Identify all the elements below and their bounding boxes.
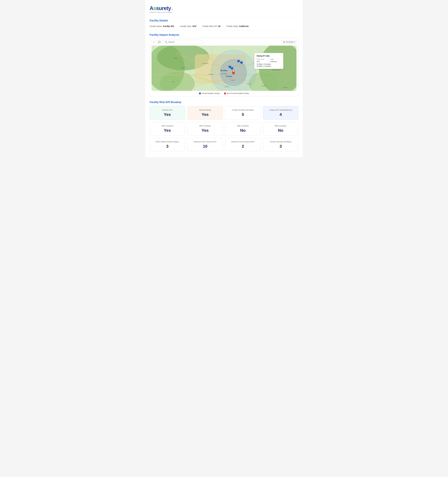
styles-label: STYLES bbox=[286, 41, 293, 43]
search-icon: 🔍 bbox=[165, 41, 167, 43]
kpi-section-title: Facility Risk KPI Breakup bbox=[150, 101, 298, 104]
kpi-value: 10 bbox=[190, 144, 220, 149]
facility-details-bar: Facility Name: Facility 001 Facility Typ… bbox=[150, 24, 298, 30]
kpi-card-kpi-row3-3: Cluster Density (30 Miles) 3 bbox=[263, 138, 298, 151]
logo-main: Assurety bbox=[150, 5, 171, 11]
styles-button[interactable]: ⊞ STYLES ▾ bbox=[282, 40, 297, 44]
kpi-value: 2 bbox=[228, 144, 258, 149]
kpi-value: No bbox=[228, 128, 258, 133]
impact-analysis-title: Facility Impact Analysis bbox=[150, 33, 298, 36]
kpi-value: 4 bbox=[266, 112, 296, 117]
logo-area: Assurety ™ CONSULTING & SOLUTIONS bbox=[150, 3, 298, 16]
svg-text:50 miles: 50 miles bbox=[220, 70, 228, 72]
svg-point-18 bbox=[241, 61, 242, 62]
kpi-card-kpi-row1-2: Cluster Density (50 Miles) 5 bbox=[225, 106, 260, 120]
logo-tm: ™ bbox=[171, 8, 173, 11]
map-tooltip: FACILITY 001 Total Type: State: SCF Cali… bbox=[254, 53, 283, 69]
kpi-card-kpi-row3-2: Distance from Closest DDU 2 bbox=[225, 138, 260, 151]
kpi-grid-row1: Service EVs Yes Service Docks Yes Cluste… bbox=[150, 106, 298, 120]
svg-text:30 miles: 30 miles bbox=[226, 76, 232, 77]
kpi-grid-row2: 20ft Container Yes 30ft Container Yes 40… bbox=[150, 122, 298, 136]
map-legend: Postal Reality Facility Non-Postal Reali… bbox=[151, 92, 297, 95]
legend-postal: Postal Reality Facility bbox=[199, 92, 220, 95]
svg-text:Visalia: Visalia bbox=[261, 85, 265, 87]
svg-text:Salinas: Salinas bbox=[181, 67, 185, 68]
svg-text:Kings Canyon: Kings Canyon bbox=[272, 69, 281, 71]
kpi-label: 20ft Container bbox=[152, 125, 182, 127]
facility-name-field: Facility Name: Facility 001 bbox=[150, 25, 174, 27]
facility-details-title: Facility Details bbox=[150, 19, 298, 22]
logo: Assurety ™ bbox=[150, 5, 298, 11]
postal-legend-dot bbox=[199, 93, 201, 94]
fullscreen-button[interactable]: ⤢ bbox=[151, 40, 156, 44]
comment-button[interactable]: 💬 bbox=[157, 40, 161, 44]
facility-risk-field: Facility Risk KPI: 83 bbox=[202, 25, 220, 27]
search-input[interactable] bbox=[168, 41, 201, 43]
kpi-card-kpi-row2-1: 30ft Container Yes bbox=[188, 122, 223, 136]
svg-point-20 bbox=[229, 65, 230, 66]
kpi-card-kpi-row3-0: DDUs Within 50mile Radius 3 bbox=[150, 138, 185, 151]
kpi-value: Yes bbox=[152, 112, 182, 117]
facility-details-section: Facility Details Facility Name: Facility… bbox=[150, 19, 298, 30]
chevron-down-icon: ▾ bbox=[294, 41, 295, 43]
kpi-value: 3 bbox=[266, 144, 296, 149]
facility-type-field: Facility Type: SCF bbox=[180, 25, 196, 27]
svg-text:Tranquility: Tranquility bbox=[221, 73, 227, 74]
tooltip-miles30: 30 Miles: 3 Facilities bbox=[257, 63, 281, 65]
kpi-label: Unique ZIP codes(delivery) bbox=[266, 109, 296, 111]
kpi-label: Service Docks bbox=[190, 109, 220, 111]
kpi-grid-row3: DDUs Within 50mile Radius 3 Distance fro… bbox=[150, 138, 298, 151]
svg-text:Gilroy: Gilroy bbox=[174, 58, 178, 59]
logo-sub: CONSULTING & SOLUTIONS bbox=[150, 12, 298, 13]
kpi-card-kpi-row2-2: 40ft Container No bbox=[225, 122, 260, 136]
tooltip-grid: Total Type: State: SCF California bbox=[257, 58, 281, 62]
kpi-label: Cluster Density (50 Miles) bbox=[228, 109, 258, 111]
kpi-label: Distance from Closest SCF bbox=[190, 141, 220, 143]
map-section: ⤢ 💬 🔍 ⊞ STYLES ▾ bbox=[150, 38, 298, 96]
svg-point-22 bbox=[232, 67, 232, 67]
tooltip-miles50: 50 Miles: 5 Facilities bbox=[257, 65, 281, 67]
kpi-card-kpi-row2-3: 50ft Container No bbox=[263, 122, 298, 136]
kpi-label: Cluster Density (30 Miles) bbox=[266, 141, 296, 143]
kpi-value: Yes bbox=[190, 112, 220, 117]
kpi-label: 30ft Container bbox=[190, 125, 220, 127]
kpi-card-kpi-row1-0: Service EVs Yes bbox=[150, 106, 185, 120]
kpi-value: No bbox=[266, 128, 296, 133]
non-postal-legend-label: Non-Postal Reality Facility bbox=[227, 92, 249, 95]
svg-text:Los Banos: Los Banos bbox=[202, 63, 208, 64]
svg-point-16 bbox=[238, 59, 239, 60]
layers-icon: ⊞ bbox=[283, 41, 285, 43]
legend-non-postal: Non-Postal Reality Facility bbox=[224, 92, 249, 95]
non-postal-legend-dot bbox=[224, 93, 226, 94]
kpi-card-kpi-row2-0: 20ft Container Yes bbox=[150, 122, 185, 136]
postal-legend-label: Postal Reality Facility bbox=[202, 92, 220, 95]
kpi-card-kpi-row1-1: Service Docks Yes bbox=[188, 106, 223, 120]
kpi-value: Yes bbox=[152, 128, 182, 133]
svg-text:Merced: Merced bbox=[209, 74, 213, 75]
kpi-card-kpi-row3-1: Distance from Closest SCF 10 bbox=[188, 138, 223, 151]
svg-text:Fresno: Fresno bbox=[231, 79, 235, 81]
tooltip-state-label: State: bbox=[270, 58, 281, 60]
kpi-card-kpi-row1-3: Unique ZIP codes(delivery) 4 bbox=[263, 106, 298, 120]
svg-text:Lindsay: Lindsay bbox=[283, 87, 288, 88]
page-wrapper: Assurety ™ CONSULTING & SOLUTIONS Facili… bbox=[145, 0, 303, 157]
kpi-label: Service EVs bbox=[152, 109, 182, 111]
tooltip-state-value: California bbox=[270, 61, 281, 62]
impact-analysis-section: Facility Impact Analysis ⤢ 💬 🔍 ⊞ STYLES … bbox=[150, 33, 298, 96]
kpi-value: 3 bbox=[152, 144, 182, 149]
tooltip-type-label: Total Type: bbox=[257, 58, 268, 60]
svg-text:Lemoore: Lemoore bbox=[224, 86, 230, 87]
map-search-container: 🔍 bbox=[163, 40, 203, 44]
kpi-label: 40ft Container bbox=[228, 125, 258, 127]
kpi-label: DDUs Within 50mile Radius bbox=[152, 141, 182, 143]
map-toolbar-left: ⤢ 💬 🔍 bbox=[151, 40, 203, 44]
svg-point-23 bbox=[233, 71, 234, 72]
kpi-value: Yes bbox=[190, 128, 220, 133]
facility-state-field: Facility State: California bbox=[226, 25, 249, 27]
map-toolbar: ⤢ 💬 🔍 ⊞ STYLES ▾ bbox=[151, 40, 297, 44]
map-container[interactable]: 50 miles 30 miles bbox=[151, 46, 297, 91]
tooltip-type-value: SCF bbox=[257, 61, 268, 62]
kpi-section: Facility Risk KPI Breakup Service EVs Ye… bbox=[150, 101, 298, 151]
svg-text:Metz: Metz bbox=[172, 81, 174, 82]
kpi-value: 5 bbox=[228, 112, 258, 117]
